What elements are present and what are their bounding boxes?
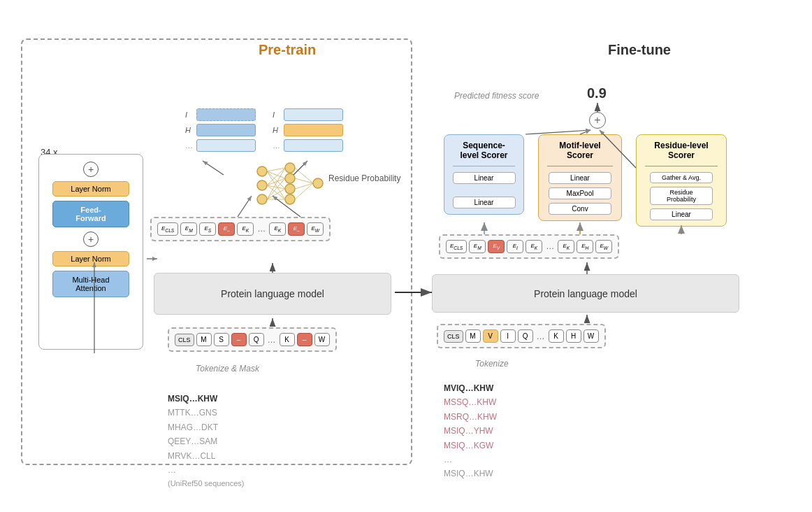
motif-maxpool: MaxPool: [549, 187, 611, 199]
residue-scorer-box: Residue-levelScorer Gather & Avg. Residu…: [636, 134, 727, 227]
transformer-block: + Layer Norm Feed-Forward + Layer Norm M…: [38, 154, 143, 350]
svg-point-5: [285, 184, 295, 194]
finetune-sequences: MVIQ…KHW MSSQ…KHW MSRQ…KHW MSIQ…YHW MSIQ…: [444, 381, 497, 481]
plus-combine-node: +: [589, 112, 606, 129]
svg-point-4: [285, 173, 295, 183]
svg-line-15: [267, 185, 285, 199]
seq-ft-main: MVIQ…KHW: [444, 381, 497, 395]
multi-head-attention: Multi-HeadAttention: [52, 271, 129, 297]
ft-emb-cls: ECLS: [446, 240, 467, 253]
motif-scorer-title: Motif-levelScorer: [559, 141, 600, 160]
seq-pre-2: MHAG…DKT: [168, 420, 244, 434]
seq-ft-1: MSSQ…KHW: [444, 395, 497, 409]
dots-pre1: …: [268, 335, 276, 345]
pretrain-emb-tokens: ECLS EM ES E– EK … EK E– EW: [150, 217, 331, 241]
ft-token-V: V: [483, 329, 498, 343]
seq-pre-3: QEEY…SAM: [168, 434, 244, 448]
svg-line-10: [267, 171, 285, 189]
residue-prob: Residue Probability: [650, 187, 713, 205]
residue-prob-label: Residue Probability: [328, 173, 400, 183]
ft-token-I: I: [500, 329, 516, 343]
pretrain-input-tokens: CLS M S – Q … K – W: [168, 327, 337, 352]
seq-pre-caption: (UniRef50 sequences): [168, 477, 244, 490]
ft-token-H: H: [566, 329, 581, 343]
pretrain-plm-box: Protein language model: [154, 273, 391, 315]
token-W-pre: W: [314, 333, 330, 346]
svg-point-6: [285, 194, 295, 204]
emb-cls-pre: ECLS: [157, 222, 178, 236]
token-S-pre: S: [214, 333, 229, 346]
svg-point-2: [257, 194, 267, 204]
token-mask1-pre: –: [231, 333, 247, 346]
svg-point-3: [285, 163, 295, 173]
emb-K2-pre: EK: [269, 222, 286, 236]
seq-scorer-title: Sequence-level Scorer: [460, 141, 507, 160]
seq-ft-3: MSIQ…YHW: [444, 424, 497, 438]
nn-visual: [252, 161, 335, 213]
ft-emb-H: EH: [577, 240, 593, 253]
motif-linear: Linear: [549, 172, 611, 184]
tokenize-mask-caption: Tokenize & Mask: [196, 364, 259, 374]
finetune-input-tokens: CLS M V I Q … K H W: [437, 324, 606, 348]
svg-point-7: [313, 178, 323, 188]
seq-pre-main: MSIQ…KHW: [168, 392, 244, 406]
ft-token-W: W: [583, 329, 599, 343]
emb-mask1-pre: E–: [218, 222, 235, 236]
finetune-plm-box: Protein language model: [432, 274, 739, 313]
seq-pre-dots: …: [168, 463, 244, 477]
emb-visual-right: I H …: [273, 108, 343, 152]
token-Q-pre: Q: [249, 333, 264, 346]
svg-point-0: [257, 166, 267, 176]
finetune-title: Fine-tune: [608, 42, 671, 58]
seq-ft-4: MSIQ…KGW: [444, 439, 497, 453]
ft-emb-K: EK: [525, 240, 542, 253]
svg-point-1: [257, 180, 267, 190]
seq-linear-2: Linear: [453, 197, 516, 208]
residue-scorer-title: Residue-levelScorer: [654, 141, 708, 160]
seq-pre-4: MRVK…CLL: [168, 449, 244, 463]
seq-scorer-box: Sequence-level Scorer Linear Linear: [444, 134, 524, 215]
ft-token-Q: Q: [518, 329, 533, 343]
token-M-pre: M: [196, 333, 212, 346]
token-K-pre: K: [280, 333, 295, 346]
ft-emb-I: EI: [507, 240, 523, 253]
token-cls-pre: CLS: [175, 334, 194, 346]
svg-line-23: [295, 183, 313, 199]
emb-W-pre: EW: [307, 222, 324, 236]
tokenize-caption-ft: Tokenize: [475, 359, 509, 369]
motif-conv: Conv: [549, 203, 611, 215]
seq-ft-dots: …: [444, 453, 497, 467]
plus-circle-bottom: +: [83, 232, 99, 247]
emb-K-pre: EK: [237, 222, 254, 236]
seq-pre-1: MTTK…GNS: [168, 406, 244, 420]
svg-line-12: [267, 168, 285, 185]
feed-forward: Feed-Forward: [52, 201, 129, 227]
emb-dots-pre: …: [257, 224, 266, 234]
ft-token-K: K: [549, 329, 564, 343]
seq-linear-1: Linear: [453, 172, 516, 184]
pretrain-title: Pre-train: [259, 42, 316, 58]
svg-line-17: [267, 178, 285, 199]
layer-norm-1: Layer Norm: [52, 181, 129, 197]
finetune-emb-tokens: ECLS EM EV EI EK … EK EH EW: [439, 234, 619, 259]
ft-token-M: M: [465, 329, 481, 343]
emb-M-pre: EM: [180, 222, 197, 236]
motif-scorer-box: Motif-levelScorer Linear MaxPool Conv: [538, 134, 622, 221]
plus-circle-top: +: [83, 162, 99, 177]
ft-emb-dots: …: [546, 241, 554, 251]
seq-ft-last: MSIQ…KHW: [444, 467, 497, 481]
seq-ft-2: MSRQ…KHW: [444, 410, 497, 424]
svg-line-22: [295, 183, 313, 189]
layer-norm-2: Layer Norm: [52, 251, 129, 266]
token-mask2-pre: –: [297, 333, 312, 346]
residue-linear: Linear: [650, 208, 713, 220]
emb-mask2-pre: E–: [288, 222, 305, 236]
residue-gather: Gather & Avg.: [650, 172, 713, 183]
emb-visual-left: I H …: [185, 108, 256, 152]
ft-emb-V: EV: [488, 240, 505, 253]
ft-dots1: …: [537, 332, 545, 341]
ft-emb-W: EW: [595, 240, 612, 253]
fitness-score-label: Predicted fitness score: [454, 91, 539, 101]
ft-token-cls: CLS: [444, 330, 463, 343]
fitness-value: 0.9: [587, 85, 607, 101]
